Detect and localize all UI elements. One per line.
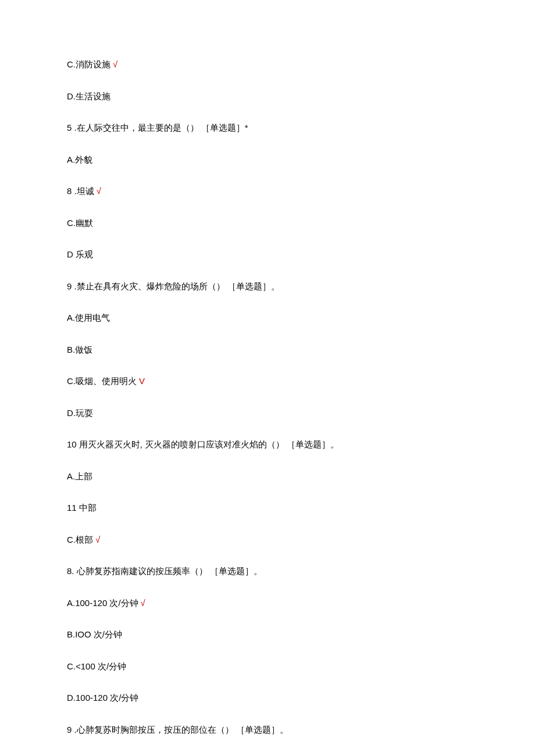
answer-line: 8 .坦诚√ (67, 185, 468, 198)
check-icon: √ (95, 535, 100, 544)
answer-text: A.外貌 (67, 155, 92, 164)
answer-text: A.上部 (67, 471, 92, 481)
answer-text: C.幽默 (67, 218, 93, 228)
answer-text: D 乐观 (67, 249, 93, 259)
question-text: 10 用灭火器灭火时, 灭火器的喷射口应该对准火焰的（） ［单选题］。 (67, 439, 339, 449)
answer-line: A.100-120 次/分钟√ (67, 597, 468, 610)
answer-text: C.吸烟、使用明火 (67, 376, 137, 386)
answer-line: C.<100 次/分钟 (67, 660, 468, 673)
answer-text: C.消防设施 (67, 59, 110, 69)
question-line: 8. 心肺复苏指南建议的按压频率（） ［单选题］。 (67, 565, 468, 578)
question-line: 5 .在人际交往中，最主要的是（） ［单选题］* (67, 121, 468, 135)
answer-line: D.100-120 次/分钟 (67, 691, 468, 705)
answer-text: 11 中部 (67, 503, 97, 513)
answer-text: D.生活设施 (67, 91, 110, 101)
answer-line: A.外貌 (67, 153, 468, 167)
question-line: 9 .禁止在具有火灾、爆炸危险的场所（） ［单选题］。 (67, 280, 468, 293)
answer-line: A.上部 (67, 470, 468, 483)
question-text: 9 .禁止在具有火灾、爆炸危险的场所（） ［单选题］。 (67, 281, 280, 291)
answer-line: B.做饭 (67, 343, 468, 357)
answer-line: A.使用电气 (67, 311, 468, 325)
answer-line: D.玩耍 (67, 407, 468, 420)
answer-line: C.消防设施√ (67, 58, 468, 71)
answer-line: D 乐观 (67, 248, 468, 261)
check-icon: √ (113, 59, 117, 69)
answer-line: 11 中部 (67, 501, 468, 515)
check-icon: √ (141, 598, 145, 608)
question-line: 10 用灭火器灭火时, 灭火器的喷射口应该对准火焰的（） ［单选题］。 (67, 438, 468, 452)
answer-text: B.IOO 次/分钟 (67, 629, 122, 639)
question-text: 9 .心肺复苏时胸部按压，按压的部位在（） ［单选题］。 (67, 725, 288, 734)
check-icon: V (139, 376, 145, 386)
answer-line: C.根部√ (67, 533, 468, 547)
answer-text: B.做饭 (67, 345, 92, 354)
answer-text: D.100-120 次/分钟 (67, 693, 138, 703)
question-text: 5 .在人际交往中，最主要的是（） ［单选题］* (67, 123, 248, 132)
answer-text: C.根部 (67, 535, 93, 544)
answer-text: C.<100 次/分钟 (67, 661, 126, 671)
answer-text: A.使用电气 (67, 313, 110, 323)
answer-text: D.玩耍 (67, 408, 93, 418)
answer-text: A.100-120 次/分钟 (67, 598, 138, 608)
question-text: 8. 心肺复苏指南建议的按压频率（） ［单选题］。 (67, 566, 262, 576)
answer-line: C.吸烟、使用明火V (67, 375, 468, 388)
check-icon: √ (97, 186, 101, 196)
question-line: 9 .心肺复苏时胸部按压，按压的部位在（） ［单选题］。 (67, 723, 468, 737)
answer-text: 8 .坦诚 (67, 186, 94, 196)
answer-line: B.IOO 次/分钟 (67, 628, 468, 642)
answer-line: D.生活设施 (67, 90, 468, 103)
answer-line: C.幽默 (67, 217, 468, 230)
